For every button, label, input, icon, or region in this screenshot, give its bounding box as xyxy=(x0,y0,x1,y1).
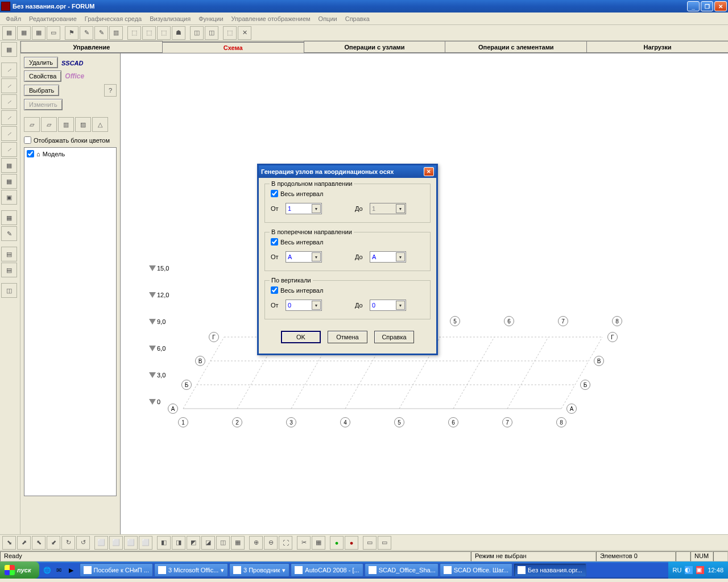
cube2-icon[interactable]: ⬜ xyxy=(109,536,123,550)
tray-icon-2[interactable]: ▣ xyxy=(696,566,704,574)
window-icon[interactable]: ▭ xyxy=(47,26,60,40)
help-button[interactable]: Справка xyxy=(374,331,414,343)
ltool-14-icon[interactable]: ◫ xyxy=(1,283,17,298)
menu-item[interactable]: Визуализация xyxy=(146,14,194,23)
long-interval-checkbox[interactable] xyxy=(271,190,278,197)
menu-item[interactable]: Файл xyxy=(2,14,24,23)
ql-media-icon[interactable]: ▶ xyxy=(65,564,77,576)
cube4-icon[interactable]: ⬜ xyxy=(139,536,152,550)
panel-icon-5[interactable]: △ xyxy=(92,117,108,132)
zoom-in-icon[interactable]: ⊕ xyxy=(249,536,263,550)
ltool-8-icon[interactable]: ▦ xyxy=(1,174,17,189)
tool4-icon[interactable]: ◫ xyxy=(190,26,204,40)
taskbar-item[interactable]: SCAD Office. Шаг... xyxy=(440,563,512,577)
flag-icon[interactable]: ⚑ xyxy=(65,26,78,40)
menu-item[interactable]: Редактирование xyxy=(26,14,80,23)
delete-icon[interactable]: ✕ xyxy=(238,26,251,40)
ltool-7-icon[interactable]: ▦ xyxy=(1,158,17,173)
sect5-icon[interactable]: ◫ xyxy=(216,536,230,550)
panel-icon-1[interactable]: ▱ xyxy=(24,117,40,132)
trans-to-select[interactable]: А▼ xyxy=(370,251,406,263)
tool3-icon[interactable]: ⬚ xyxy=(157,26,171,40)
select-button[interactable]: Выбрать xyxy=(24,85,59,96)
sect4-icon[interactable]: ◪ xyxy=(201,536,215,550)
ltool-9-icon[interactable]: ▣ xyxy=(1,190,17,205)
panel-icon-4[interactable]: ▨ xyxy=(75,117,91,132)
help-icon[interactable]: ? xyxy=(104,84,117,97)
win2-icon[interactable]: ▭ xyxy=(378,536,391,550)
edit-icon[interactable]: ✎ xyxy=(80,26,93,40)
panel-icon-3[interactable]: ▥ xyxy=(58,117,74,132)
taskbar-item[interactable]: AutoCAD 2008 - [... xyxy=(291,563,363,577)
tray-icon-1[interactable]: ◐ xyxy=(685,566,693,574)
clock[interactable]: 12:48 xyxy=(708,567,723,573)
green-dot-icon[interactable]: ● xyxy=(330,536,344,550)
tool2-icon[interactable]: ⬚ xyxy=(142,26,156,40)
building-icon[interactable]: ☗ xyxy=(172,26,185,40)
cube3-icon[interactable]: ⬜ xyxy=(124,536,138,550)
trans-from-select[interactable]: А▼ xyxy=(286,251,322,263)
grid-icon[interactable]: ▦ xyxy=(2,26,16,40)
taskbar-item[interactable]: 3 Проводник▾ xyxy=(229,563,289,577)
dialog-close-button[interactable]: ✕ xyxy=(424,167,434,176)
sect1-icon[interactable]: ◧ xyxy=(157,536,171,550)
chevron-down-icon[interactable]: ▼ xyxy=(312,252,321,261)
taskbar-item[interactable]: SCAD_Office_Sha... xyxy=(365,563,439,577)
view4-icon[interactable]: ↻ xyxy=(61,536,75,550)
chevron-down-icon[interactable]: ▼ xyxy=(396,301,405,310)
model-tree[interactable]: ⌂ Модель xyxy=(24,147,117,496)
main-tab[interactable]: Операции с узлами xyxy=(304,41,446,52)
ql-ie-icon[interactable]: 🌐 xyxy=(42,564,53,576)
maximize-button[interactable]: ❐ xyxy=(701,1,713,11)
main-tab[interactable]: Управление xyxy=(20,41,163,52)
ltool-4-icon[interactable]: ⟋ xyxy=(1,110,17,125)
chevron-down-icon[interactable]: ▼ xyxy=(312,301,321,310)
grid3-icon[interactable]: ▦ xyxy=(32,26,46,40)
ltool-2-icon[interactable]: ⟋ xyxy=(1,78,17,93)
sect2-icon[interactable]: ◨ xyxy=(172,536,185,550)
show-blocks-checkbox[interactable] xyxy=(24,136,31,144)
ltool-3-icon[interactable]: ⟋ xyxy=(1,94,17,109)
chevron-down-icon[interactable]: ▼ xyxy=(312,204,321,213)
start-button[interactable]: пуск xyxy=(0,562,39,579)
red-dot-icon[interactable]: ● xyxy=(345,536,358,550)
ltool-11-icon[interactable]: ✎ xyxy=(1,226,17,241)
tree-checkbox[interactable] xyxy=(27,150,34,157)
main-tab[interactable]: Операции с элементами xyxy=(445,41,587,52)
long-from-select[interactable]: 1▼ xyxy=(286,203,322,214)
win1-icon[interactable]: ▭ xyxy=(363,536,377,550)
taskbar-item[interactable]: Без названия.opr... xyxy=(514,563,586,577)
sect6-icon[interactable]: ▦ xyxy=(231,536,245,550)
vert-interval-checkbox[interactable] xyxy=(271,286,278,294)
menu-item[interactable]: Справка xyxy=(342,14,373,23)
main-tab[interactable]: Схема xyxy=(162,41,304,53)
trans-interval-checkbox[interactable] xyxy=(271,238,278,246)
ltool-10-icon[interactable]: ▦ xyxy=(1,210,17,225)
zoom-out-icon[interactable]: ⊖ xyxy=(264,536,278,550)
menu-item[interactable]: Функции xyxy=(195,14,226,23)
ql-mail-icon[interactable]: ✉ xyxy=(53,564,65,576)
dialog-titlebar[interactable]: Генерация узлов на координационых осях ✕ xyxy=(259,165,436,178)
ok-button[interactable]: OK xyxy=(281,331,321,343)
vert-to-select[interactable]: 0▼ xyxy=(370,300,406,311)
ltool-5-icon[interactable]: ⟋ xyxy=(1,126,17,141)
cube1-icon[interactable]: ⬜ xyxy=(94,536,108,550)
tool6-icon[interactable]: ⬚ xyxy=(223,26,237,40)
minimize-button[interactable]: _ xyxy=(687,1,700,11)
view2-icon[interactable]: ⬉ xyxy=(32,536,46,550)
grid-small-icon[interactable]: ▦ xyxy=(312,536,325,550)
scissors-icon[interactable]: ✂ xyxy=(297,536,311,550)
vert-from-select[interactable]: 0▼ xyxy=(286,300,322,311)
tool1-icon[interactable]: ⬚ xyxy=(127,26,141,40)
sect3-icon[interactable]: ◩ xyxy=(187,536,200,550)
grid2-icon[interactable]: ▦ xyxy=(17,26,31,40)
ltool-13-icon[interactable]: ▤ xyxy=(1,263,17,277)
ltool-1-icon[interactable]: ⟋ xyxy=(1,63,17,77)
view5-icon[interactable]: ↺ xyxy=(76,536,90,550)
menu-item[interactable]: Опции xyxy=(315,14,341,23)
properties-button[interactable]: Свойства xyxy=(24,70,61,82)
chevron-down-icon[interactable]: ▼ xyxy=(396,252,405,261)
taskbar-item[interactable]: 3 Microsoft Offic...▾ xyxy=(154,563,228,577)
tool5-icon[interactable]: ◫ xyxy=(205,26,218,40)
menu-item[interactable]: Графическая среда xyxy=(81,14,145,23)
